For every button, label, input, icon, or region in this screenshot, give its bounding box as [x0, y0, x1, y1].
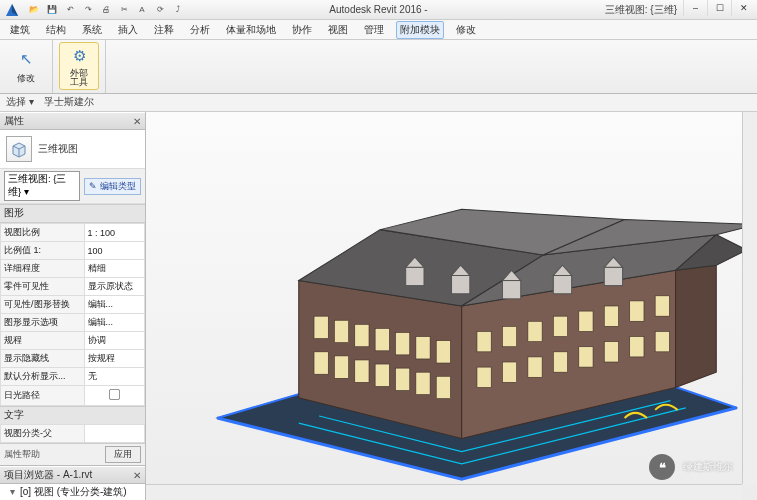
prop-key: 视图分类-父	[1, 425, 85, 443]
minimize-button[interactable]: –	[683, 0, 707, 16]
browser-header[interactable]: 项目浏览器 - A-1.rvt ✕	[0, 466, 145, 484]
prop-val[interactable]	[84, 425, 144, 443]
svg-rect-26	[314, 352, 328, 374]
prop-val[interactable]: 编辑...	[84, 314, 144, 332]
instance-combo[interactable]: 三维视图: {三维} ▾	[4, 171, 80, 201]
sunpath-checkbox[interactable]	[109, 389, 120, 400]
app-title: Autodesk Revit 2016 -	[329, 4, 427, 15]
select-dropdown[interactable]: 选择 ▾	[6, 96, 34, 109]
qat-more-icon[interactable]: ⤴	[171, 3, 185, 17]
wechat-icon: ❝	[649, 454, 675, 480]
tab-addins[interactable]: 附加模块	[396, 21, 444, 39]
viewport-scrollbar-vertical[interactable]	[742, 112, 757, 484]
qat-redo-icon[interactable]: ↷	[81, 3, 95, 17]
prop-val[interactable]: 显示原状态	[84, 278, 144, 296]
tab-massing[interactable]: 体量和场地	[222, 21, 280, 39]
qat-text-icon[interactable]: A	[135, 3, 149, 17]
qat-undo-icon[interactable]: ↶	[63, 3, 77, 17]
tab-annotate[interactable]: 注释	[150, 21, 178, 39]
tab-collaborate[interactable]: 协作	[288, 21, 316, 39]
tab-systems[interactable]: 系统	[78, 21, 106, 39]
prop-key: 详细程度	[1, 260, 85, 278]
ribbon-group-external: ⚙ 外部 工具	[53, 40, 106, 93]
close-button[interactable]: ✕	[731, 0, 755, 16]
properties-footer: 属性帮助 应用	[0, 443, 145, 465]
svg-rect-27	[334, 356, 348, 378]
options-bar: 选择 ▾ 孚士斯建尔	[0, 94, 757, 112]
external-tools-button[interactable]: ⚙ 外部 工具	[59, 42, 99, 90]
properties-help-link[interactable]: 属性帮助	[4, 448, 40, 461]
modify-button[interactable]: ↖ 修改	[6, 42, 46, 90]
watermark: ❝ 绿建斯维尔	[649, 454, 733, 480]
prop-val[interactable]: 按规程	[84, 350, 144, 368]
svg-rect-29	[375, 364, 389, 386]
tab-structure[interactable]: 结构	[42, 21, 70, 39]
svg-rect-47	[630, 337, 644, 357]
project-browser[interactable]: ▾[o] 视图 (专业分类-建筑) ▾01建模 ▾ 楼层平面 -1F -2F 1…	[0, 484, 145, 500]
ribbon-group-select: ↖ 修改	[0, 40, 53, 93]
prop-val[interactable]: 编辑...	[84, 296, 144, 314]
properties-header[interactable]: 属性 ✕	[0, 112, 145, 130]
left-column: 属性 ✕ 三维视图 三维视图: {三维} ▾ ✎ 编辑类型 图形 视图比例1 :…	[0, 112, 146, 500]
edit-type-button[interactable]: ✎ 编辑类型	[84, 178, 141, 195]
svg-marker-3	[676, 265, 717, 387]
svg-rect-22	[375, 328, 389, 350]
svg-rect-28	[355, 360, 369, 382]
svg-rect-20	[334, 320, 348, 342]
watermark-text: 绿建斯维尔	[683, 460, 733, 474]
qat-open-icon[interactable]: 📂	[27, 3, 41, 17]
qat-print-icon[interactable]: 🖨	[99, 3, 113, 17]
properties-title: 属性	[4, 114, 24, 128]
tab-manage[interactable]: 管理	[360, 21, 388, 39]
svg-rect-39	[630, 301, 644, 321]
svg-rect-36	[553, 316, 567, 336]
prop-key: 显示隐藏线	[1, 350, 85, 368]
qat-save-icon[interactable]: 💾	[45, 3, 59, 17]
prop-key: 日光路径	[1, 386, 85, 406]
apply-button[interactable]: 应用	[105, 446, 141, 463]
prop-key: 比例值 1:	[1, 242, 85, 260]
prop-key: 图形显示选项	[1, 314, 85, 332]
prop-val[interactable]: 无	[84, 368, 144, 386]
prop-key: 规程	[1, 332, 85, 350]
prop-val-checkbox[interactable]	[84, 386, 144, 406]
type-label: 三维视图	[38, 142, 78, 156]
tab-analyze[interactable]: 分析	[186, 21, 214, 39]
svg-rect-11	[452, 275, 470, 293]
svg-rect-44	[553, 352, 567, 372]
tab-view[interactable]: 视图	[324, 21, 352, 39]
file-info: 三维视图: {三维}	[605, 3, 677, 17]
properties-table: 视图比例1 : 100 比例值 1:100 详细程度精细 零件可见性显示原状态 …	[0, 223, 145, 406]
qat-sync-icon[interactable]: ⟳	[153, 3, 167, 17]
svg-rect-48	[655, 331, 669, 351]
prop-val[interactable]: 100	[84, 242, 144, 260]
viewport-scrollbar-horizontal[interactable]	[146, 484, 742, 500]
properties-table-2: 视图分类-父	[0, 424, 145, 443]
prop-row: 显示隐藏线按规程	[1, 350, 145, 368]
prop-val[interactable]: 1 : 100	[84, 224, 144, 242]
browser-close-icon[interactable]: ✕	[133, 470, 141, 481]
svg-rect-42	[502, 362, 516, 382]
svg-rect-15	[553, 275, 571, 293]
properties-close-icon[interactable]: ✕	[133, 116, 141, 127]
quick-access-toolbar: 📂 💾 ↶ ↷ 🖨 ✂ A ⟳ ⤴	[27, 3, 185, 17]
viewport-3d[interactable]	[146, 112, 757, 500]
type-selector[interactable]: 三维视图	[0, 130, 145, 168]
prop-key: 默认分析显示...	[1, 368, 85, 386]
prop-val[interactable]: 协调	[84, 332, 144, 350]
tab-architecture[interactable]: 建筑	[6, 21, 34, 39]
qat-cut-icon[interactable]: ✂	[117, 3, 131, 17]
svg-rect-38	[604, 306, 618, 326]
prop-row: 零件可见性显示原状态	[1, 278, 145, 296]
browser-root[interactable]: ▾[o] 视图 (专业分类-建筑)	[10, 484, 145, 500]
svg-rect-31	[416, 372, 430, 394]
svg-rect-19	[314, 316, 328, 338]
tab-insert[interactable]: 插入	[114, 21, 142, 39]
maximize-button[interactable]: ☐	[707, 0, 731, 16]
prop-val[interactable]: 精细	[84, 260, 144, 278]
category-graphics: 图形	[0, 204, 145, 223]
category-text: 文字	[0, 406, 145, 424]
prop-row: 视图比例1 : 100	[1, 224, 145, 242]
tab-modify[interactable]: 修改	[452, 21, 480, 39]
svg-rect-9	[406, 267, 424, 285]
